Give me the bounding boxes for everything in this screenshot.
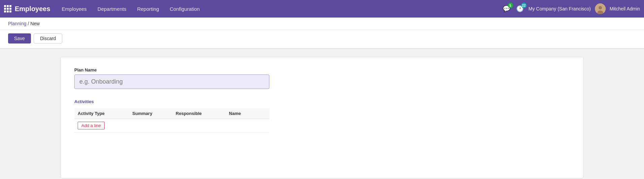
- topbar: Employees Employees Departments Reportin…: [0, 0, 644, 18]
- form-card: Plan Name Activities Activity Type Summa…: [61, 57, 583, 178]
- user-avatar[interactable]: [595, 3, 606, 14]
- nav-reporting[interactable]: Reporting: [132, 4, 164, 14]
- main-content: Plan Name Activities Activity Type Summa…: [0, 49, 644, 179]
- action-bar: Save Discard: [0, 30, 644, 49]
- add-line-button[interactable]: Add a line: [78, 122, 105, 129]
- nav-configuration[interactable]: Configuration: [165, 4, 204, 14]
- plan-name-input[interactable]: [74, 74, 269, 89]
- col-name: Name: [226, 108, 256, 119]
- activities-section: Activities Activity Type Summary Respons…: [74, 99, 570, 132]
- table-header-row: Activity Type Summary Responsible Name: [74, 108, 269, 119]
- topbar-logo[interactable]: Employees: [4, 5, 50, 13]
- grid-icon[interactable]: [4, 5, 11, 12]
- nav-employees[interactable]: Employees: [57, 4, 91, 14]
- svg-point-1: [599, 6, 602, 9]
- breadcrumb-separator: /: [27, 21, 31, 26]
- col-action: [256, 108, 269, 119]
- main-nav: Employees Departments Reporting Configur…: [57, 4, 502, 14]
- nav-departments[interactable]: Departments: [93, 4, 131, 14]
- col-responsible: Responsible: [173, 108, 226, 119]
- app-title: Employees: [15, 5, 50, 13]
- chat-badge: 5: [508, 3, 513, 8]
- user-name[interactable]: Mitchell Admin: [610, 6, 640, 11]
- plan-name-label: Plan Name: [74, 67, 570, 72]
- activity-notification[interactable]: 🕐 22: [515, 4, 525, 13]
- discard-button[interactable]: Discard: [34, 33, 62, 43]
- add-line-row: Add a line: [74, 119, 269, 132]
- topbar-right: 💬 5 🕐 22 My Company (San Francisco) Mitc…: [502, 3, 640, 14]
- activity-badge: 22: [521, 3, 527, 8]
- chat-notification[interactable]: 💬 5: [502, 4, 511, 13]
- plan-name-field: Plan Name: [74, 67, 570, 89]
- col-activity-type: Activity Type: [74, 108, 129, 119]
- breadcrumb-parent[interactable]: Planning: [8, 21, 27, 26]
- add-line-cell: Add a line: [74, 119, 269, 132]
- activities-table: Activity Type Summary Responsible Name A…: [74, 108, 269, 132]
- breadcrumb-current: New: [30, 21, 40, 26]
- breadcrumb: Planning / New: [0, 18, 644, 30]
- save-button[interactable]: Save: [8, 33, 31, 43]
- company-name: My Company (San Francisco): [529, 6, 591, 11]
- activities-label: Activities: [74, 99, 570, 104]
- col-summary: Summary: [129, 108, 173, 119]
